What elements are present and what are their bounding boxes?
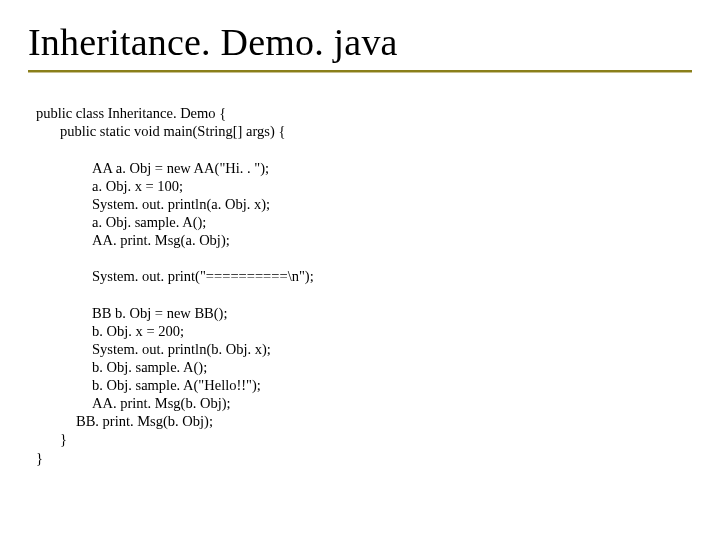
title-divider bbox=[28, 70, 692, 72]
code-line: } bbox=[36, 431, 67, 447]
code-line: public static void main(String[] args) { bbox=[36, 123, 285, 139]
code-line: System. out. println(a. Obj. x); bbox=[36, 196, 270, 212]
code-line: } bbox=[36, 450, 43, 466]
code-line: System. out. print("==========\n"); bbox=[36, 268, 314, 284]
code-line: System. out. println(b. Obj. x); bbox=[36, 341, 271, 357]
code-line: AA. print. Msg(b. Obj); bbox=[36, 395, 231, 411]
code-line: AA. print. Msg(a. Obj); bbox=[36, 232, 230, 248]
code-line: public class Inheritance. Demo { bbox=[36, 105, 226, 121]
code-line: AA a. Obj = new AA("Hi. . "); bbox=[36, 160, 269, 176]
page-title: Inheritance. Demo. java bbox=[28, 20, 692, 64]
code-line: b. Obj. sample. A("Hello!!"); bbox=[36, 377, 261, 393]
code-line: b. Obj. sample. A(); bbox=[36, 359, 207, 375]
code-block: public class Inheritance. Demo { public … bbox=[36, 86, 692, 485]
code-line: a. Obj. x = 100; bbox=[36, 178, 183, 194]
code-line: a. Obj. sample. A(); bbox=[36, 214, 206, 230]
slide: Inheritance. Demo. java public class Inh… bbox=[0, 0, 720, 540]
code-line: BB b. Obj = new BB(); bbox=[36, 305, 227, 321]
code-line: BB. print. Msg(b. Obj); bbox=[36, 413, 213, 429]
code-line: b. Obj. x = 200; bbox=[36, 323, 184, 339]
